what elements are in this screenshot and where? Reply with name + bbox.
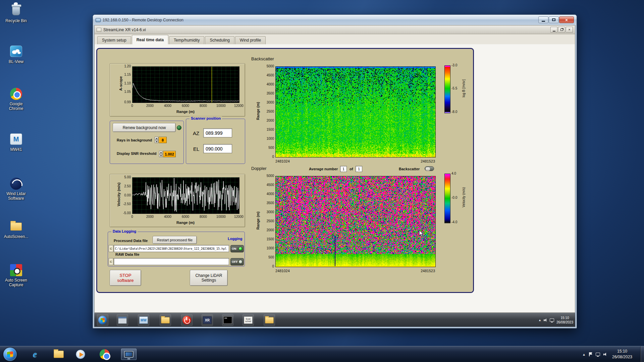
taskbar-chrome[interactable]	[99, 349, 111, 360]
rays-spinner[interactable]	[155, 137, 158, 143]
tick-label: 1500	[262, 237, 274, 241]
tick-label: 500	[262, 146, 274, 150]
tick-label: 2500	[262, 219, 274, 223]
tab-scheduling[interactable]: Scheduling	[205, 36, 234, 44]
desktop-icon-mw41[interactable]: M MW41	[2, 133, 30, 152]
rdp-maximize-button[interactable]	[549, 16, 559, 23]
start-button[interactable]	[3, 348, 17, 361]
volume-icon[interactable]	[603, 353, 607, 356]
remote-taskbar-app-xr[interactable]: XR	[202, 314, 213, 326]
on-lamp-icon	[238, 247, 243, 251]
network-icon[interactable]	[596, 353, 600, 356]
stop-software-button[interactable]: STOPsoftware	[110, 270, 141, 286]
rdp-close-button[interactable]: ×	[559, 16, 574, 23]
labview-front-panel: A-scope Range (m) Renew background now R…	[96, 48, 474, 293]
taskbar-remote-desktop-active[interactable]	[121, 349, 137, 360]
desktop-icon-bl-view[interactable]: BL-View	[2, 45, 30, 64]
remote-taskbar-app-window[interactable]	[117, 314, 128, 326]
tick-label: 3000	[262, 210, 274, 214]
raw-logging-toggle[interactable]: OFF	[230, 258, 244, 265]
remote-network-icon[interactable]	[550, 318, 554, 322]
tab-real-time-data[interactable]: Real time data	[132, 35, 168, 44]
doppler-cb-tick-max: 4.0	[451, 172, 456, 176]
tab-system-setup[interactable]: System setup	[97, 36, 131, 44]
rays-value-box[interactable]: 8	[159, 137, 167, 143]
average-count-box[interactable]: 1	[356, 166, 362, 172]
media-player-icon	[76, 350, 85, 359]
clock-time: 15:10	[608, 349, 637, 354]
rdp-titlebar[interactable]: 192.168.0.150 - Remote Desktop Connectio…	[93, 15, 577, 25]
processed-logging-toggle[interactable]: ON	[230, 245, 244, 252]
taskbar-media-player[interactable]	[74, 349, 87, 360]
rdp-window-title: 192.168.0.150 - Remote Desktop Connectio…	[103, 18, 183, 22]
remote-clock[interactable]: 15:10 26/08/2023	[556, 316, 573, 324]
taskbar-internet-explorer[interactable]: e	[29, 349, 41, 360]
az-value-box[interactable]: 089.999	[203, 128, 232, 137]
remote-taskbar-app-folder[interactable]	[160, 314, 171, 326]
tab-wind-profile[interactable]: Wind profile	[235, 36, 266, 44]
tick-label: 3500	[262, 201, 274, 205]
rays-in-background-label: Rays in background	[117, 138, 152, 142]
tick-label: -2.50	[119, 202, 131, 206]
raw-drive-letter[interactable]: C	[109, 258, 113, 265]
average-number-box[interactable]: 1	[340, 166, 347, 172]
hidden-icons-chevron[interactable]: ▲	[582, 353, 586, 356]
tab-strip: System setup Real time data Temp/humidit…	[95, 34, 575, 44]
remote-taskbar-app-folder2[interactable]	[264, 314, 275, 326]
processed-drive-letter[interactable]: C	[109, 245, 113, 252]
show-desktop-button[interactable]	[640, 346, 644, 362]
doppler-cb-tick-min: -4.0	[451, 220, 457, 224]
velocity-plot	[132, 177, 239, 214]
desktop-icon-google-chrome[interactable]: Google Chrome	[2, 87, 30, 111]
backscatter-heading: Backscatter	[251, 56, 274, 61]
remote-volume-icon[interactable]	[544, 318, 547, 322]
doppler-ylabel: Range (m)	[256, 204, 260, 237]
vi-close-button[interactable]: ×	[566, 27, 573, 33]
windows-orb-icon	[98, 316, 107, 324]
tick-label: 2.50	[119, 184, 131, 188]
scanner-position-title: Scanner position	[190, 116, 222, 120]
desktop-icon-autoscreen[interactable]: AutoScreen...	[2, 220, 30, 239]
average-number-label: Average number	[309, 167, 338, 171]
taskbar-clock[interactable]: 15:10 26/08/2023	[608, 349, 637, 360]
change-lidar-settings-button[interactable]: Change LiDARSettings	[190, 270, 228, 286]
desktop-icon-label: MW41	[2, 147, 30, 152]
backscatter-toggle-label: Backscatter	[399, 167, 420, 171]
remote-taskbar-app-scan-sched[interactable]: Scan sched	[243, 314, 254, 326]
desktop-icon-recycle-bin[interactable]: Recycle Bin	[2, 4, 30, 23]
processed-path-field[interactable]: C:\Lidar\Data\Proc\2023\202308\20230826\…	[114, 245, 229, 252]
tick-label: 12000	[230, 215, 247, 219]
tick-label: 0.00	[119, 193, 131, 197]
remote-start-button[interactable]	[97, 314, 108, 326]
tab-temp-humidity[interactable]: Temp/humidity	[169, 36, 204, 44]
taskbar-windows-explorer[interactable]	[53, 349, 65, 360]
remote-taskbar-app-power[interactable]	[181, 314, 193, 326]
tick-label: 4000	[159, 104, 176, 108]
tick-label: 2000	[142, 215, 158, 219]
backscatter-display-toggle[interactable]	[425, 166, 434, 171]
vi-titlebar[interactable]: StreamLine XR v14-6.vi	[95, 25, 575, 34]
raw-path-field[interactable]	[114, 258, 229, 265]
desktop-icon-wind-lidar-software[interactable]: Wind Lidar Software	[2, 177, 30, 201]
off-label: OFF	[232, 260, 238, 263]
snr-value-box[interactable]: 1.002	[163, 151, 176, 157]
vi-minimize-button[interactable]	[550, 27, 557, 33]
ascope-xlabel: Range (m)	[132, 110, 239, 114]
tick-label: 4000	[262, 192, 274, 196]
renew-background-button[interactable]: Renew background now	[113, 123, 176, 132]
power-icon	[182, 316, 191, 324]
el-value-box[interactable]: 090.000	[203, 144, 232, 153]
rdp-minimize-button[interactable]	[538, 16, 548, 23]
tick-label: 2000	[262, 228, 274, 232]
tick-label: 10000	[213, 215, 229, 219]
remote-hidden-icons-chevron[interactable]: ▲	[538, 318, 541, 322]
vi-restore-button[interactable]	[558, 27, 565, 33]
remote-taskbar-app-console[interactable]	[222, 314, 233, 326]
restart-processed-file-button[interactable]: Restart processed file	[153, 236, 197, 244]
tick-label: 1.15	[119, 73, 131, 77]
tick-label: 4500	[262, 73, 274, 77]
desktop-icon-auto-screen-capture[interactable]: Auto Screen Capture	[2, 263, 30, 287]
action-center-flag-icon[interactable]	[589, 352, 592, 356]
remote-taskbar-app-mw[interactable]: MW	[138, 314, 149, 326]
snr-spinner[interactable]	[159, 151, 163, 157]
